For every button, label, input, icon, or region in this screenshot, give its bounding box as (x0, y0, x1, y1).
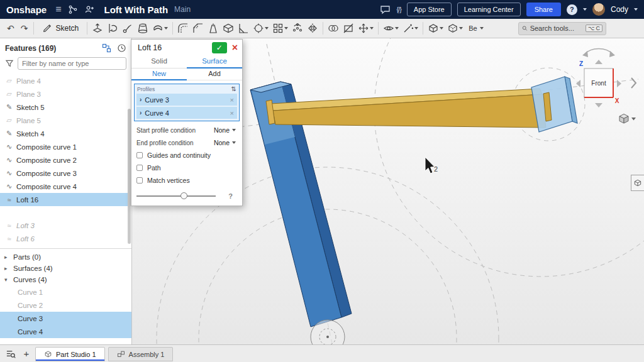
feature-item-sketch-4[interactable]: ✎Sketch 4 (0, 127, 131, 140)
mode-tab-new[interactable]: New (131, 69, 187, 80)
list-item-curve-3[interactable]: Curve 3 (0, 312, 131, 325)
help-icon[interactable]: ? (228, 192, 233, 200)
opacity-slider[interactable]: ? (136, 188, 237, 204)
feature-item-loft-6[interactable]: ≈Loft 6 (0, 232, 131, 245)
slider-track[interactable] (136, 195, 216, 197)
help-dropdown-caret[interactable] (583, 8, 587, 11)
match-vertices-checkbox[interactable] (136, 177, 143, 184)
search-tools-box[interactable]: ⌥ C (518, 22, 606, 35)
path-checkbox[interactable] (136, 165, 143, 171)
view-cube-up-arrow[interactable] (595, 60, 602, 64)
split-icon[interactable] (341, 21, 356, 36)
feature-item-composite-curve-2[interactable]: ∿Composite curve 2 (0, 153, 131, 167)
collaborators-icon[interactable] (84, 4, 94, 14)
app-store-button[interactable]: App Store (407, 3, 452, 16)
feature-filter-input[interactable] (18, 57, 126, 70)
display-panel-tab[interactable] (631, 175, 644, 191)
list-item-curve-2[interactable]: Curve 2 (0, 299, 131, 312)
loft-path-beam[interactable] (266, 89, 546, 128)
feature-item-composite-curve-1[interactable]: ∿Composite curve 1 (0, 140, 131, 153)
user-name[interactable]: Cody (611, 5, 628, 14)
search-tools-input[interactable] (530, 25, 583, 32)
profile-row-curve-3[interactable]: › Curve 3 × (136, 94, 237, 106)
view-cube-left-arrow[interactable] (576, 80, 580, 87)
circular-pattern-icon[interactable] (290, 21, 305, 36)
hole-icon[interactable] (251, 21, 270, 36)
workspace-name[interactable]: Main (174, 5, 191, 14)
feature-item-loft-3[interactable]: ≈Loft 3 (0, 219, 131, 232)
undo-icon[interactable]: ↶ (4, 23, 18, 33)
fillet-icon[interactable] (175, 21, 191, 36)
feature-item-plane-3[interactable]: ▱Plane 3 (0, 87, 131, 101)
extrude-icon[interactable] (90, 21, 105, 36)
help-icon[interactable]: ? (567, 4, 577, 15)
render-options-caret[interactable] (459, 27, 463, 30)
tab-surface[interactable]: Surface (187, 55, 242, 69)
thicken-dropdown-caret[interactable] (164, 27, 168, 30)
view-options-icon[interactable] (426, 21, 445, 36)
feature-item-plane-5[interactable]: ▱Plane 5 (0, 114, 131, 127)
revolve-icon[interactable] (105, 21, 120, 36)
group-surfaces[interactable]: ▸Surfaces (4) (0, 263, 131, 274)
section-dropdown-caret[interactable] (395, 27, 399, 30)
hamburger-menu-icon[interactable]: ≡ (55, 4, 61, 15)
chevron-right-icon[interactable]: ▸ (4, 265, 10, 272)
match-vertices-checkbox-row[interactable]: Match vertices (131, 174, 242, 187)
start-condition-dropdown[interactable]: None (214, 126, 238, 134)
tab-manager-icon[interactable] (4, 347, 18, 361)
profiles-selection-box[interactable]: Profiles ⇅ › Curve 3 × › Curve 4 × (134, 84, 240, 121)
view-cube-down-arrow[interactable] (595, 103, 602, 107)
transform-icon[interactable] (356, 21, 375, 36)
thicken-icon[interactable] (150, 21, 170, 36)
group-curves[interactable]: ▾Curves (4) (0, 274, 131, 285)
chamfer-icon[interactable] (191, 21, 206, 36)
view-options-caret[interactable] (440, 27, 443, 30)
end-condition-dropdown[interactable]: None (214, 139, 238, 146)
view-cube-right-arrow[interactable] (617, 80, 621, 87)
linear-pattern-icon[interactable] (270, 21, 290, 36)
chevron-down-icon[interactable]: ▾ (4, 277, 10, 283)
view-cube[interactable]: Front Z X (576, 49, 636, 107)
list-item-curve-4[interactable]: Curve 4 (0, 325, 131, 338)
reorder-icon[interactable]: ⇅ (231, 85, 236, 92)
feature-list-settings-icon[interactable] (102, 43, 111, 53)
measure-icon[interactable] (401, 21, 420, 36)
custom-feature-icon[interactable]: Be (465, 21, 485, 36)
chevron-right-icon[interactable]: › (140, 96, 142, 103)
learning-center-button[interactable]: Learning Center (457, 3, 521, 16)
loft-icon[interactable] (135, 21, 150, 36)
named-views-dropdown[interactable] (619, 114, 636, 124)
transform-dropdown-caret[interactable] (370, 27, 374, 30)
mode-tab-add[interactable]: Add (187, 69, 242, 80)
path-checkbox-row[interactable]: Path (131, 162, 242, 174)
group-parts[interactable]: ▸Parts (0) (0, 251, 131, 263)
render-options-icon[interactable] (445, 21, 465, 36)
slider-knob[interactable] (180, 192, 187, 199)
history-icon[interactable] (117, 43, 126, 53)
remove-profile-icon[interactable]: × (230, 109, 234, 117)
view-cube-face-label[interactable]: Front (591, 80, 606, 87)
measure-dropdown-caret[interactable] (414, 27, 418, 30)
tab-solid[interactable]: Solid (131, 55, 187, 68)
feature-item-composite-curve-4[interactable]: ∿Composite curve 4 (0, 180, 131, 193)
tab-part-studio-1[interactable]: Part Studio 1 (35, 347, 105, 361)
feature-item-loft-16[interactable]: ≈Loft 16 (0, 193, 131, 206)
remove-profile-icon[interactable]: × (230, 96, 234, 104)
rib-icon[interactable] (236, 21, 251, 36)
feature-item-plane-4[interactable]: ▱Plane 4 (0, 74, 131, 87)
hole-dropdown-caret[interactable] (265, 27, 269, 30)
sweep-icon[interactable] (120, 21, 135, 36)
feature-item-composite-curve-3[interactable]: ∿Composite curve 3 (0, 167, 131, 180)
accept-button[interactable]: ✓ (212, 42, 227, 53)
draft-icon[interactable] (206, 21, 221, 36)
avatar[interactable] (592, 3, 605, 16)
comments-icon[interactable] (380, 4, 391, 14)
chevron-right-icon[interactable]: › (140, 109, 142, 116)
onshape-logo[interactable]: Onshape (6, 4, 47, 15)
custom-feature-caret[interactable] (480, 27, 484, 30)
profile-row-curve-4[interactable]: › Curve 4 × (136, 107, 237, 119)
user-dropdown-caret[interactable] (634, 8, 638, 11)
pattern-dropdown-caret[interactable] (284, 27, 288, 30)
featurescript-icon[interactable]: {/} (396, 6, 401, 13)
share-button[interactable]: Share (526, 3, 561, 16)
